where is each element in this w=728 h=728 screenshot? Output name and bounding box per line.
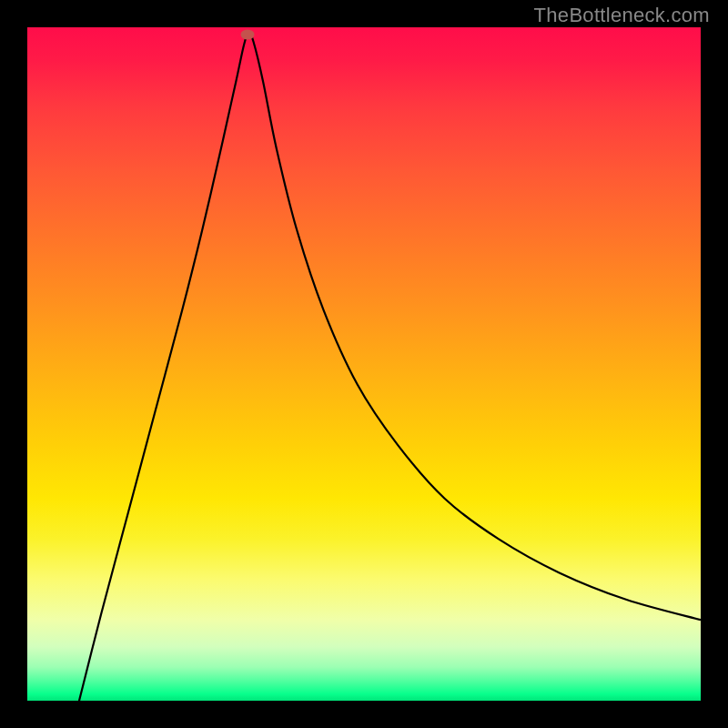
watermark-text: TheBottleneck.com (534, 4, 710, 27)
curve-path (76, 33, 701, 701)
curve-svg (27, 27, 701, 701)
optimum-marker (240, 30, 254, 40)
chart-plot-area (27, 27, 701, 701)
